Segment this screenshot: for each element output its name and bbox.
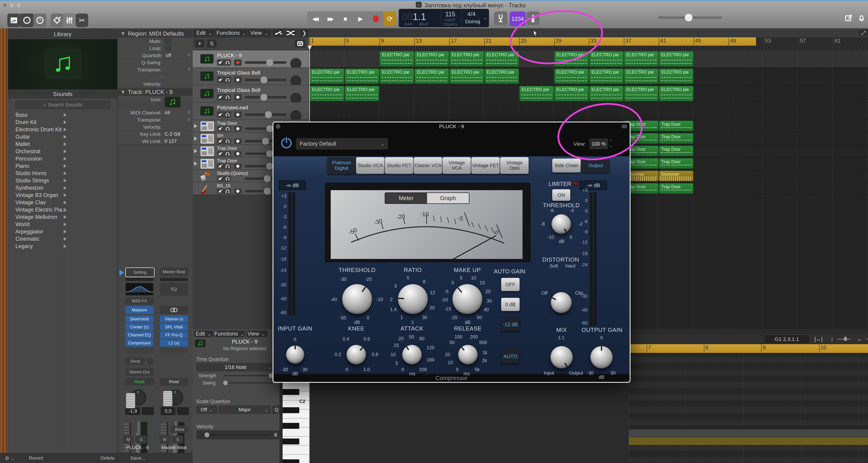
- channel-fader-thumb[interactable]: [126, 393, 135, 408]
- track-record-enable-button[interactable]: [234, 94, 242, 100]
- track-solo-button[interactable]: [224, 126, 231, 131]
- piano-keyboard[interactable]: C2: [283, 382, 310, 463]
- knob-make-up[interactable]: [453, 284, 482, 314]
- quick-help-button[interactable]: ?: [33, 13, 46, 27]
- channel-setting-button[interactable]: Setting: [125, 268, 155, 277]
- region-electro-pie[interactable]: ELECTRO pie: [484, 68, 519, 84]
- channel-mute-button[interactable]: M: [123, 436, 134, 443]
- region-electro-pie[interactable]: ELECTRO pie: [659, 68, 693, 84]
- track-volume-thumb[interactable]: [260, 94, 267, 101]
- functions-menu[interactable]: Functions⌄: [216, 30, 247, 36]
- library-item-studio-horns[interactable]: Studio Horns: [8, 170, 71, 177]
- swing-slider[interactable]: [224, 382, 273, 383]
- track-header-pluck-9[interactable]: PLUCK - 9LR: [193, 50, 309, 68]
- region-electro-pie[interactable]: ELECTRO pie: [345, 68, 379, 84]
- audio-fx-slot-4[interactable]: Compressor: [125, 339, 153, 347]
- lcd-display[interactable]: 001.1 BAR BEAT 115 KEEP TEMPO 4/4 Domaj …: [399, 9, 489, 27]
- library-item-guitar[interactable]: Guitar: [8, 133, 71, 141]
- master-fx-slot-2[interactable]: SPL Vitali: [160, 323, 188, 331]
- channel-solo-button[interactable]: S: [135, 436, 147, 443]
- catch-playhead-icon[interactable]: ❯: [300, 30, 308, 36]
- meter-graph-toggle[interactable]: MeterGraph: [385, 192, 469, 204]
- region-electro-pie[interactable]: ELECTRO pie: [310, 86, 344, 101]
- editor-grid[interactable]: [629, 353, 868, 463]
- region-electro-pie[interactable]: ELECTRO pie: [310, 68, 344, 84]
- transpose-stepper-icon[interactable]: ⇕: [187, 67, 191, 72]
- track-solo-button[interactable]: [224, 112, 231, 118]
- track-volume-thumb[interactable]: [266, 163, 273, 170]
- mixer-toggle-button[interactable]: [63, 13, 76, 27]
- black-key[interactable]: [283, 459, 299, 463]
- stop-button[interactable]: ■: [338, 11, 353, 26]
- channel-eq-thumbnail[interactable]: [125, 283, 153, 296]
- share-icon[interactable]: [844, 14, 853, 22]
- tab-vintage-opto[interactable]: Vintage Opto: [500, 157, 529, 174]
- editor-view-menu[interactable]: View⌄: [246, 331, 267, 337]
- ruler-bar-53[interactable]: 53: [764, 38, 771, 45]
- region-electro-pie[interactable]: ELECTRO pie: [449, 68, 484, 84]
- master-mute-button[interactable]: M: [159, 436, 170, 443]
- track-record-enable-button[interactable]: [234, 163, 242, 169]
- region-electro-pie[interactable]: ELECTRO pie: [589, 51, 624, 67]
- track-record-enable-button[interactable]: [234, 151, 242, 156]
- gear-icon[interactable]: ⚙: [5, 455, 9, 461]
- knob-threshold[interactable]: [552, 214, 571, 234]
- preset-select[interactable]: Factory Default⌄: [296, 138, 388, 150]
- midi-channel-stepper-icon[interactable]: ⇕: [187, 110, 191, 115]
- midi-fx-slot[interactable]: MIDI FX: [125, 297, 153, 305]
- track-volume-thumb[interactable]: [265, 111, 272, 118]
- knob-distortion[interactable]: [551, 292, 572, 313]
- library-item-world[interactable]: World: [8, 221, 71, 228]
- track-volume-thumb[interactable]: [260, 76, 267, 83]
- ruler-bar-21[interactable]: 21: [484, 38, 492, 45]
- master-automation-mode-button[interactable]: Read: [160, 378, 188, 385]
- ruler-bar-1[interactable]: 1: [310, 38, 314, 45]
- auto-gain-off[interactable]: OFF: [501, 278, 520, 291]
- toolbar-toggle-button[interactable]: [51, 13, 63, 27]
- forward-button[interactable]: ▶▶: [322, 11, 338, 26]
- editor-ruler-bar-9[interactable]: 9: [761, 345, 766, 352]
- flex-toggle-icon[interactable]: [285, 30, 296, 36]
- black-key[interactable]: [283, 407, 299, 413]
- pan-value-right[interactable]: 0,0: [161, 407, 176, 415]
- master-fx-slot-4[interactable]: L2 (s): [160, 339, 188, 347]
- track-record-enable-button[interactable]: [234, 112, 242, 118]
- loop-checkbox[interactable]: [164, 46, 171, 51]
- track-solo-button[interactable]: [224, 163, 231, 169]
- send-slot[interactable]: Send: [125, 358, 145, 365]
- track-volume-thumb[interactable]: [266, 59, 273, 66]
- automation-mode-button[interactable]: Read: [125, 378, 153, 385]
- knob-ratio[interactable]: [398, 284, 428, 314]
- ruler-bar-45[interactable]: 45: [694, 38, 701, 45]
- library-item-studio-strings[interactable]: Studio Strings: [8, 177, 71, 184]
- auto-gain--12-db[interactable]: -12 dB: [501, 318, 520, 331]
- library-toggle-button[interactable]: [7, 13, 20, 27]
- tab-classic-vca[interactable]: Classic VCA: [414, 157, 442, 174]
- add-track-button[interactable]: +: [195, 40, 205, 48]
- region-electro-pie[interactable]: ELECTRO pie: [379, 68, 414, 84]
- meter-toggle-button[interactable]: Meter: [385, 193, 427, 204]
- library-item-synthesizer[interactable]: Synthesizer: [8, 184, 71, 191]
- vertical-zoom-slider[interactable]: ↕: [827, 335, 853, 343]
- track-solo-button[interactable]: [224, 189, 231, 194]
- ruler-dark[interactable]: [756, 37, 868, 46]
- track-inspector-header[interactable]: ▼Track: PLUCK - 9: [118, 88, 192, 96]
- track-header-tropical-glass-bell[interactable]: Tropical Glass BellLR: [193, 68, 309, 85]
- editors-toggle-button[interactable]: ✂: [76, 13, 88, 27]
- region-electro-pie[interactable]: ELECTRO pie: [414, 68, 449, 84]
- plugin-power-button[interactable]: [280, 136, 292, 150]
- track-mute-button[interactable]: [217, 126, 224, 131]
- audio-fx-slot-1[interactable]: SilverVerb: [125, 315, 153, 323]
- library-item-vintage-b3-organ[interactable]: Vintage B3 Organ: [8, 191, 71, 199]
- quantize-stepper-icon[interactable]: ⇕: [157, 53, 161, 58]
- inspector-toggle-button[interactable]: i: [20, 13, 33, 27]
- knob-attack[interactable]: [402, 345, 422, 364]
- track-volume-thumb[interactable]: [266, 150, 273, 157]
- track-header-tropical-glass-bell[interactable]: Tropical Glass BellLR: [193, 85, 309, 102]
- tab-vintage-vca[interactable]: Vintage VCA: [442, 157, 471, 174]
- master-bounce-button[interactable]: Bnce: [171, 426, 188, 433]
- velocity-slider[interactable]: 8: [196, 430, 281, 439]
- cycle-button[interactable]: ⟳: [384, 11, 396, 26]
- zoom-presets-icon[interactable]: ⤢: [858, 30, 868, 36]
- master-volume-thumb[interactable]: [685, 13, 693, 22]
